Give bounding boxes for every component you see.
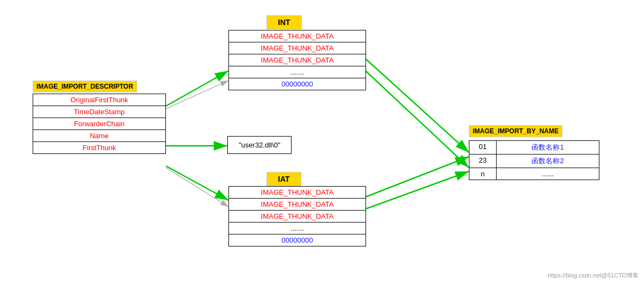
svg-line-7: [366, 59, 469, 152]
iat-row-3: IMAGE_THUNK_DATA: [229, 211, 366, 223]
descriptor-row-3: ForwarderChain: [33, 118, 165, 130]
int-row-5: 00000000: [229, 78, 366, 90]
ibn-cell-3-2: ......: [497, 168, 599, 180]
iat-row-5: 00000000: [229, 234, 366, 246]
svg-line-9: [366, 157, 469, 197]
svg-line-3: [166, 81, 228, 109]
svg-line-5: [166, 166, 228, 200]
iat-label: IAT: [267, 172, 301, 186]
int-row-2: IMAGE_THUNK_DATA: [229, 42, 366, 54]
int-row-3: IMAGE_THUNK_DATA: [229, 54, 366, 66]
descriptor-row-1: OriginalFirstThunk: [33, 94, 165, 106]
iat-table: IMAGE_THUNK_DATA IMAGE_THUNK_DATA IMAGE_…: [228, 186, 366, 246]
descriptor-row-5: FirstThunk: [33, 142, 165, 153]
svg-line-2: [166, 71, 228, 106]
name-string-box: "user32.dll\0": [227, 136, 292, 154]
svg-line-6: [166, 168, 228, 207]
ibn-row-3: n ......: [469, 168, 599, 180]
svg-line-10: [366, 171, 469, 209]
iat-row-4: .......: [229, 223, 366, 234]
import-by-name-label: IMAGE_IMPORT_BY_NAME: [469, 125, 562, 137]
iat-row-1: IMAGE_THUNK_DATA: [229, 187, 366, 199]
int-row-1: IMAGE_THUNK_DATA: [229, 30, 366, 42]
ibn-row-2: 23 函数名称2: [469, 155, 599, 168]
descriptor-row-2: TimeDateStamp: [33, 106, 165, 118]
int-row-4: .......: [229, 66, 366, 78]
int-label: INT: [267, 15, 302, 29]
ibn-cell-3-1: n: [469, 168, 497, 180]
iat-row-2: IMAGE_THUNK_DATA: [229, 199, 366, 211]
ibn-cell-2-2: 函数名称2: [497, 155, 599, 168]
ibn-cell-2-1: 23: [469, 155, 497, 168]
import-by-name-table: 01 函数名称1 23 函数名称2 n ......: [469, 140, 599, 180]
int-table: IMAGE_THUNK_DATA IMAGE_THUNK_DATA IMAGE_…: [228, 30, 366, 90]
descriptor-row-4: Name: [33, 130, 165, 142]
ibn-cell-1-2: 函数名称1: [497, 141, 599, 154]
watermark: https://blog.csdn.net@51CTO博客: [548, 271, 639, 280]
svg-line-8: [366, 71, 469, 168]
descriptor-label: IMAGE_IMPORT_DESCRIPTOR: [33, 81, 137, 92]
ibn-cell-1-1: 01: [469, 141, 497, 154]
descriptor-table: OriginalFirstThunk TimeDateStamp Forward…: [33, 94, 166, 154]
ibn-row-1: 01 函数名称1: [469, 141, 599, 155]
diagram-container: IMAGE_IMPORT_DESCRIPTOR OriginalFirstThu…: [0, 0, 644, 284]
